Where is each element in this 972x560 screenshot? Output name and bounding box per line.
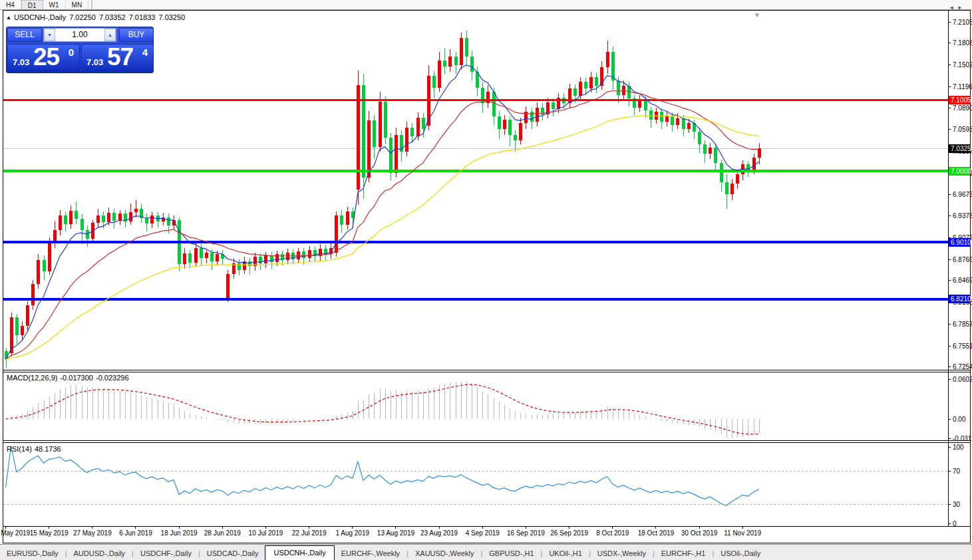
macd-tick-0.060273: 0.060273	[953, 376, 972, 383]
rsi-tick-0: 0	[953, 520, 957, 527]
macd-tick--0.031725: -0.031725	[953, 435, 972, 442]
price-tick-6.75510: 6.75510	[953, 343, 972, 350]
price-tick-6.72540: 6.72540	[953, 363, 972, 370]
sell-price-prefix: 7.03	[13, 57, 29, 67]
tab-usdchf--daily[interactable]: USDCHF-,Daily	[134, 547, 198, 560]
ohlc-low: 7.01833	[129, 13, 156, 21]
tab-eurchf--h1[interactable]: EURCHF-,H1	[655, 547, 713, 560]
tab-usdcnh--daily[interactable]: USDCNH-,Daily	[265, 545, 334, 560]
price-tick-6.87660: 6.87660	[953, 256, 972, 263]
tab-usdcad--daily[interactable]: USDCAD-,Daily	[200, 547, 265, 560]
macd-signal-line	[6, 384, 759, 434]
timeframe-button-mn[interactable]: MN	[66, 0, 89, 9]
candles	[5, 31, 761, 368]
tab-eurchf--weekly[interactable]: EURCHF-,Weekly	[335, 547, 406, 560]
sell-button[interactable]: SELL	[7, 28, 42, 42]
tab-scroll-arrows[interactable]: ◂▸	[950, 4, 967, 11]
ma-line-50	[6, 116, 759, 360]
volume-decrease-icon[interactable]: ▼	[44, 29, 55, 41]
sell-price-box[interactable]: 7.03 25 0	[7, 44, 80, 72]
rsi-name: RSI(14)	[7, 445, 32, 453]
price-tick-7.21050: 7.21050	[953, 19, 972, 26]
rsi-value: 48.1736	[35, 445, 61, 453]
buy-price-pipette: 4	[142, 47, 148, 58]
tab-xauusd--weekly[interactable]: XAUUSD-,Weekly	[408, 547, 480, 560]
price-badge-7.00089: 7.00089	[949, 167, 970, 176]
price-tick-6.84690: 6.84690	[953, 277, 972, 284]
volume-input[interactable]: 1.00	[55, 29, 104, 41]
tab-eurusd--daily[interactable]: EURUSD-,Daily	[0, 547, 65, 560]
macd-name: MACD(12,26,9)	[7, 374, 57, 382]
price-tick-6.78570: 6.78570	[953, 321, 972, 328]
macd-main-value: -0.017300	[60, 374, 93, 382]
tab-usdx--weekly[interactable]: USDX-,Weekly	[591, 547, 653, 560]
ohlc-high: 7.03352	[99, 13, 126, 21]
trade-panel-top-row: SELL ▼ 1.00 ▲ BUY	[7, 27, 154, 43]
price-tick-6.93780: 6.93780	[953, 212, 972, 219]
toolbar-separator	[91, 0, 92, 9]
chart-shift-marker-icon[interactable]: ▼	[754, 11, 760, 19]
volume-stepper: ▼ 1.00 ▲	[43, 28, 116, 42]
macd-label: MACD(12,26,9)-0.017300-0.023296	[7, 374, 132, 382]
volume-increase-icon[interactable]: ▲	[104, 29, 116, 41]
buy-price-prefix: 7.03	[86, 57, 103, 67]
macd-signal-value: -0.023296	[96, 374, 129, 382]
timeframe-button-h4[interactable]: H4	[0, 0, 21, 9]
chart-tab-bar: EURUSD-,Daily|AUDUSD-,Daily|USDCHF-,Dail…	[0, 544, 972, 560]
sell-price-pipette: 0	[69, 47, 74, 58]
chart-client-area: ▲USDCNH-,Daily7.022507.033527.018337.032…	[3, 11, 970, 543]
buy-price-box[interactable]: 7.03 57 4	[81, 44, 154, 72]
price-badge-7.03250: 7.03250	[949, 144, 970, 153]
price-tick-7.18080: 7.18080	[953, 39, 972, 47]
timeframe-toolbar: H4D1W1MN	[0, 0, 972, 10]
price-tick-7.08900: 7.08900	[953, 104, 972, 112]
price-badge-6.90100: 6.90100	[949, 238, 970, 247]
ma-line-20	[6, 90, 759, 359]
price-badge-6.82103: 6.82103	[949, 295, 970, 303]
price-badge-7.10051: 7.10051	[949, 96, 970, 104]
timeframe-button-d1[interactable]: D1	[21, 0, 43, 9]
price-tick-6.96750: 6.96750	[953, 191, 972, 198]
sell-price-main: 25	[33, 43, 59, 71]
macd-tick-0.00: 0.00	[953, 416, 965, 423]
price-tick-7.11960: 7.11960	[953, 83, 972, 90]
buy-price-main: 57	[107, 43, 133, 71]
chart-title: ▲USDCNH-,Daily7.022507.033527.018337.032…	[6, 13, 188, 21]
chart-canvas[interactable]	[3, 11, 970, 543]
rsi-tick-70: 70	[953, 468, 960, 475]
one-click-trade-panel: SELL ▼ 1.00 ▲ BUY 7.03 25 0 7.03 57 4	[6, 27, 154, 73]
tab-gbpusd--h1[interactable]: GBPUSD-,H1	[482, 547, 540, 560]
rsi-tick-100: 100	[953, 444, 964, 451]
rsi-label: RSI(14)48.1736	[7, 445, 64, 453]
chart-symbol-label: USDCNH-,Daily	[14, 13, 66, 21]
tab-ukoil--h1[interactable]: UKOil-,H1	[542, 547, 589, 560]
timeframe-button-w1[interactable]: W1	[43, 0, 66, 9]
ohlc-close: 7.03250	[158, 13, 185, 21]
rsi-line	[6, 446, 759, 506]
collapse-panel-icon[interactable]: ▲	[6, 15, 11, 21]
tab-audusd--daily[interactable]: AUDUSD-,Daily	[67, 547, 132, 560]
date-label-136: 11 Nov 2019	[715, 529, 770, 537]
ohlc-open: 7.02250	[69, 13, 96, 21]
price-tick-7.15020: 7.15020	[953, 61, 972, 69]
price-tick-7.05930: 7.05930	[953, 126, 972, 133]
tab-usoil--daily[interactable]: USOil-,Daily	[714, 547, 767, 560]
chart-window: ▲USDCNH-,Daily7.022507.033527.018337.032…	[3, 10, 971, 543]
rsi-tick-30: 30	[953, 501, 960, 508]
buy-button[interactable]: BUY	[119, 28, 154, 42]
